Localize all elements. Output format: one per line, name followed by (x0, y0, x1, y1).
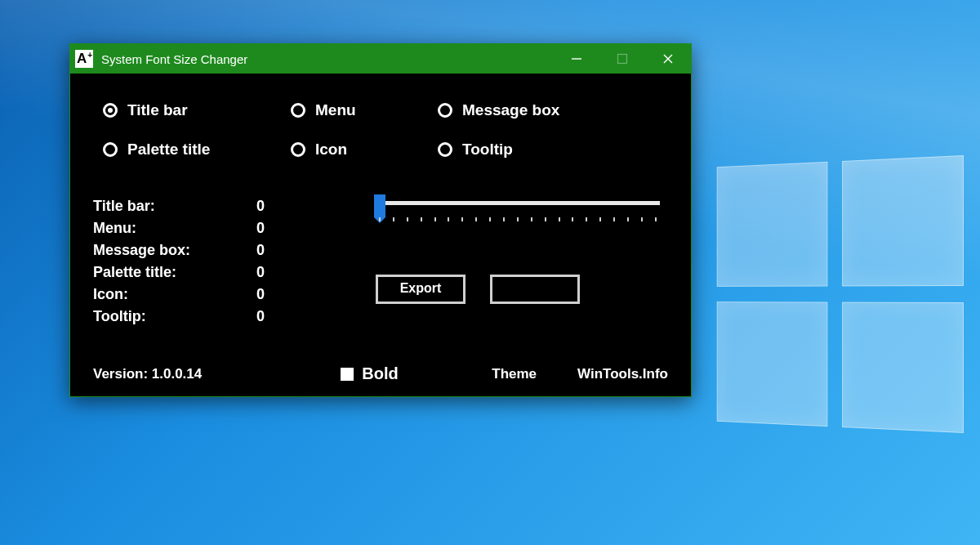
value-number: 0 (256, 264, 289, 281)
radio-label: Message box (462, 101, 559, 119)
app-window: A + System Font Size Changer Title barMe… (69, 43, 692, 397)
titlebar[interactable]: A + System Font Size Changer (70, 44, 691, 74)
value-label: Icon: (93, 286, 256, 303)
radio-label: Icon (315, 141, 347, 159)
bold-label: Bold (362, 364, 398, 383)
radio-group: Title barMenuMessage boxPalette titleIco… (103, 101, 668, 159)
bold-checkbox[interactable]: Bold (341, 364, 398, 383)
radio-circle-icon (103, 142, 118, 157)
slider-thumb[interactable] (374, 194, 385, 217)
slider-track (376, 201, 660, 205)
radio-label: Menu (315, 101, 356, 119)
theme-button[interactable]: Theme (492, 366, 537, 382)
radio-label: Tooltip (462, 141, 513, 159)
close-button[interactable] (645, 44, 691, 74)
size-slider[interactable] (376, 199, 660, 239)
value-number: 0 (256, 220, 289, 237)
export-button[interactable]: Export (376, 275, 466, 304)
radio-circle-icon (291, 103, 305, 118)
value-list: Title bar:0Menu:0Message box:0Palette ti… (93, 198, 346, 330)
desktop-wallpaper: A + System Font Size Changer Title barMe… (0, 0, 980, 545)
value-number: 0 (256, 198, 289, 215)
radio-title-bar[interactable]: Title bar (103, 101, 291, 119)
radio-circle-icon (103, 103, 118, 118)
radio-circle-icon (438, 142, 452, 157)
value-row: Palette title:0 (93, 264, 346, 281)
radio-palette-title[interactable]: Palette title (103, 141, 291, 159)
wintools-link[interactable]: WinTools.Info (577, 366, 668, 382)
value-label: Palette title: (93, 264, 256, 281)
radio-message-box[interactable]: Message box (438, 101, 668, 119)
window-title: System Font Size Changer (101, 52, 247, 66)
radio-circle-icon (438, 103, 452, 118)
value-label: Menu: (93, 220, 256, 237)
value-row: Menu:0 (93, 220, 346, 237)
checkbox-box-icon (341, 368, 354, 381)
value-number: 0 (256, 242, 289, 259)
minimize-button[interactable] (554, 44, 599, 74)
radio-menu[interactable]: Menu (291, 101, 438, 119)
client-area: Title barMenuMessage boxPalette titleIco… (70, 74, 691, 396)
svg-rect-1 (618, 55, 627, 64)
value-row: Icon:0 (93, 286, 346, 303)
value-row: Title bar:0 (93, 198, 346, 215)
value-row: Tooltip:0 (93, 308, 346, 325)
secondary-button[interactable] (490, 275, 580, 304)
value-number: 0 (256, 286, 289, 303)
value-number: 0 (256, 308, 289, 325)
radio-label: Palette title (127, 141, 210, 159)
radio-tooltip[interactable]: Tooltip (438, 141, 668, 159)
radio-circle-icon (291, 142, 305, 157)
radio-icon[interactable]: Icon (291, 141, 438, 159)
value-label: Tooltip: (93, 308, 256, 325)
value-row: Message box:0 (93, 242, 346, 259)
version-label: Version: 1.0.0.14 (93, 366, 202, 382)
app-icon: A + (75, 50, 93, 68)
value-label: Message box: (93, 242, 256, 259)
maximize-button[interactable] (599, 44, 645, 74)
radio-label: Title bar (127, 101, 188, 119)
window-controls (554, 44, 691, 74)
windows-logo (717, 155, 964, 433)
value-label: Title bar: (93, 198, 256, 215)
slider-ticks (379, 217, 657, 226)
